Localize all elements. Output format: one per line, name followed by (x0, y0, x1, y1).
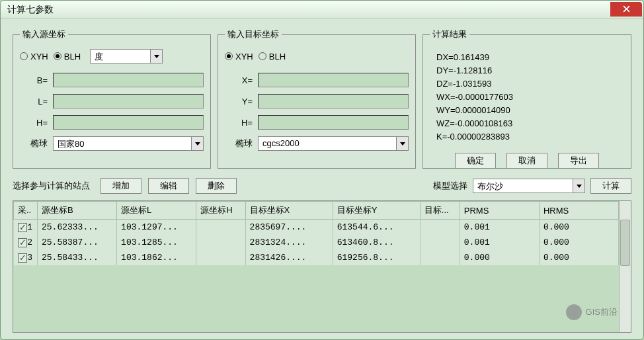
add-button[interactable]: 增加 (101, 178, 141, 194)
cell-hrms: 0.000 (539, 235, 618, 250)
table-header-row: 采.. 源坐标B 源坐标L 源坐标H 目标坐标X 目标坐标Y 目标... PRM… (14, 202, 619, 220)
edit-button[interactable]: 编辑 (148, 178, 189, 194)
col-header[interactable]: 源坐标B (38, 202, 117, 220)
cell-tx: 2831426.... (245, 250, 333, 265)
result-dz: DZ=-1.031593 (436, 77, 618, 91)
source-ellipsoid-combo[interactable]: 国家80 (53, 136, 204, 151)
body: 输入源坐标 XYH BLH 度 B= L= H= 椭球 国家80 (1, 19, 643, 339)
label: X= (225, 75, 258, 85)
cell-h (196, 235, 245, 250)
result-dy: DY=-1.128116 (436, 64, 618, 77)
target-mode-row: XYH BLH (225, 47, 409, 65)
table-row[interactable]: 225.58387...103.1285...2831324....613460… (14, 235, 619, 250)
target-blh-radio[interactable]: BLH (259, 52, 286, 62)
target-h-input[interactable] (258, 115, 409, 130)
label: H= (20, 118, 53, 128)
chevron-down-icon (396, 137, 408, 150)
label: L= (20, 97, 53, 106)
source-legend: 输入源坐标 (20, 28, 68, 40)
col-header[interactable]: 源坐标H (196, 202, 245, 220)
cell-b: 25.62333... (38, 220, 117, 235)
col-header[interactable]: 目标坐标X (245, 202, 333, 220)
col-header[interactable]: 源坐标L (117, 202, 196, 220)
chevron-down-icon (150, 50, 162, 63)
stations-table: 采.. 源坐标B 源坐标L 源坐标H 目标坐标X 目标坐标Y 目标... PRM… (13, 200, 631, 333)
cell-prms: 0.000 (460, 250, 539, 265)
source-l-input[interactable] (53, 94, 204, 108)
result-legend: 计算结果 (430, 28, 469, 40)
titlebar: 计算七参数 (1, 1, 643, 19)
col-header[interactable]: 采.. (14, 202, 38, 220)
result-dx: DX=0.161439 (436, 51, 618, 64)
model-label: 模型选择 (433, 180, 467, 192)
cell-b: 25.58433... (38, 250, 117, 265)
cell-th (420, 235, 460, 250)
cell-th (420, 250, 460, 265)
cancel-button[interactable]: 取消 (506, 153, 547, 169)
watermark: GIS前沿 (566, 304, 618, 320)
result-wz: WZ=-0.0000108163 (436, 117, 618, 130)
result-wy: WY=0.0000014090 (436, 104, 618, 117)
label: H= (225, 118, 258, 128)
app-window: 计算七参数 输入源坐标 XYH BLH 度 B= L= H= 椭球 (0, 0, 644, 340)
cell-prms: 0.001 (460, 220, 539, 235)
delete-button[interactable]: 删除 (196, 178, 237, 194)
cell-tx: 2831324.... (245, 235, 333, 250)
cell-ty: 613460.8... (333, 235, 420, 250)
source-coord-group: 输入源坐标 XYH BLH 度 B= L= H= 椭球 国家80 (13, 28, 211, 169)
result-wx: WX=-0.0000177603 (436, 91, 618, 104)
cell-ty: 613544.6... (333, 220, 420, 235)
result-k: K=-0.00000283893 (436, 130, 618, 144)
source-mode-row: XYH BLH 度 (20, 47, 204, 65)
model-combo[interactable]: 布尔沙 (473, 179, 585, 193)
cell-h (196, 220, 245, 235)
source-blh-radio[interactable]: BLH (54, 52, 81, 62)
cell-h (196, 250, 245, 265)
source-unit-combo[interactable]: 度 (90, 49, 163, 64)
target-xyh-radio[interactable]: XYH (225, 52, 253, 62)
result-buttons: 确定 取消 导出 (430, 153, 624, 169)
cell-th (420, 220, 460, 235)
row-checkbox[interactable] (18, 238, 27, 247)
col-header[interactable]: HRMS (539, 202, 618, 220)
top-panels: 输入源坐标 XYH BLH 度 B= L= H= 椭球 国家80 (13, 28, 631, 169)
row-checkbox[interactable] (18, 253, 27, 263)
radio-icon (54, 52, 61, 60)
cell-l: 103.1862... (117, 250, 196, 265)
row-checkbox[interactable] (18, 223, 27, 232)
source-h-input[interactable] (53, 115, 204, 130)
label: B= (20, 75, 53, 85)
vertical-scrollbar[interactable] (619, 201, 631, 332)
source-b-input[interactable] (53, 73, 204, 87)
label: 椭球 (20, 138, 53, 149)
cell-l: 103.1297... (117, 220, 196, 235)
target-legend: 输入目标坐标 (225, 28, 282, 40)
cell-hrms: 0.000 (539, 220, 618, 235)
col-header[interactable]: 目标坐标Y (333, 202, 420, 220)
cell-ty: 619256.8... (333, 250, 420, 265)
cell-b: 25.58387... (38, 235, 117, 250)
scroll-thumb[interactable] (620, 220, 630, 266)
export-button[interactable]: 导出 (558, 153, 599, 169)
close-button[interactable] (610, 2, 642, 17)
result-text: DX=0.161439 DY=-1.128116 DZ=-1.031593 WX… (430, 47, 624, 148)
table-row[interactable]: 125.62333...103.1297...2835697....613544… (14, 220, 619, 235)
table-row[interactable]: 325.58433...103.1862...2831426....619256… (14, 250, 619, 265)
label: Y= (225, 97, 258, 106)
target-coord-group: 输入目标坐标 XYH BLH X= Y= H= 椭球 cgcs2000 (218, 28, 416, 169)
cell-prms: 0.001 (460, 235, 539, 250)
close-icon (623, 5, 630, 13)
ok-button[interactable]: 确定 (455, 153, 496, 169)
target-x-input[interactable] (258, 73, 409, 87)
source-xyh-radio[interactable]: XYH (20, 52, 48, 62)
target-ellipsoid-combo[interactable]: cgcs2000 (258, 136, 409, 151)
cell-l: 103.1285... (117, 235, 196, 250)
col-header[interactable]: PRMS (460, 202, 539, 220)
radio-icon (20, 52, 28, 60)
cell-tx: 2835697.... (245, 220, 333, 235)
target-y-input[interactable] (258, 94, 409, 108)
window-title: 计算七参数 (7, 4, 54, 16)
station-toolbar: 选择参与计算的站点 增加 编辑 删除 模型选择 布尔沙 计算 (13, 178, 631, 194)
compute-button[interactable]: 计算 (590, 178, 631, 194)
col-header[interactable]: 目标... (420, 202, 460, 220)
